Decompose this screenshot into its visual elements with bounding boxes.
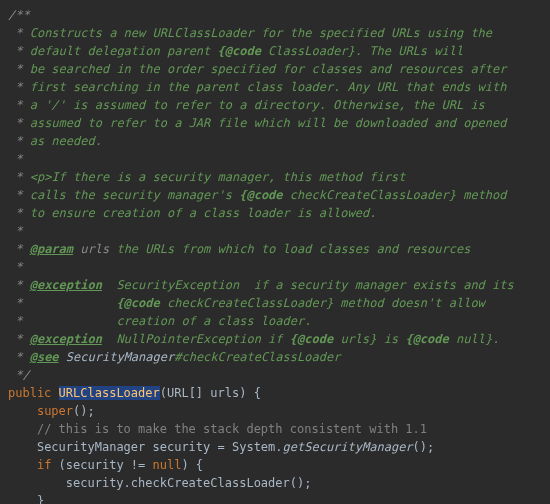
- exception-tag: @exception: [30, 278, 102, 292]
- javadoc-text: Constructs a new URLClassLoader for the …: [30, 26, 492, 40]
- code-tag: {@code: [218, 44, 261, 58]
- keyword-null: null: [153, 458, 182, 472]
- param-tag: @param: [30, 242, 73, 256]
- javadoc-open: /**: [8, 8, 30, 22]
- see-link-ref: #checkCreateClassLoader: [174, 350, 340, 364]
- keyword-public: public: [8, 386, 51, 400]
- keyword-if: if: [37, 458, 51, 472]
- keyword-super: super: [37, 404, 73, 418]
- javadoc-close: */: [8, 368, 30, 382]
- code-editor[interactable]: /** * Constructs a new URLClassLoader fo…: [0, 0, 550, 504]
- method-call: getSecurityManager: [283, 440, 413, 454]
- constructor-name: URLClassLoader: [59, 386, 160, 400]
- javadoc-star: *: [8, 26, 30, 40]
- param-name: urls: [80, 242, 109, 256]
- see-tag: @see: [30, 350, 59, 364]
- line-comment: // this is to make the stack depth consi…: [37, 422, 427, 436]
- see-link-class: SecurityManager: [66, 350, 174, 364]
- constructor-signature: (URL[] urls) {: [160, 386, 261, 400]
